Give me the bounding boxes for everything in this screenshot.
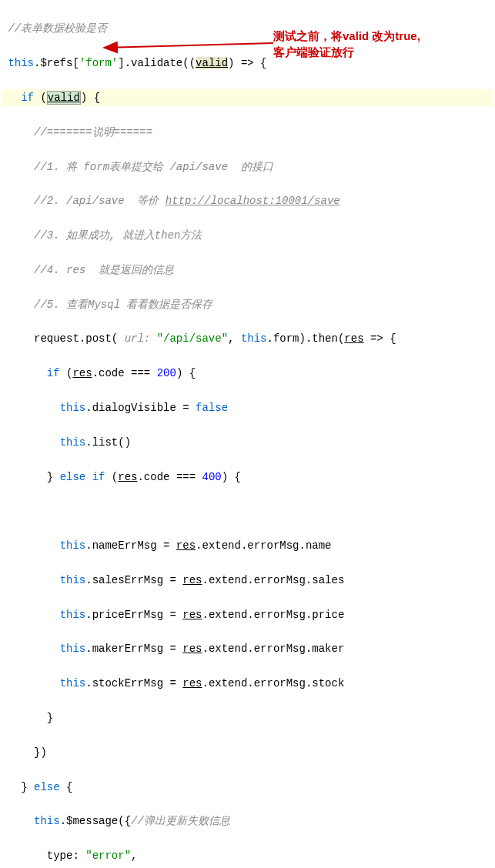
valid-var: valid [47, 91, 81, 105]
annotation-arrow-icon [100, 38, 277, 54]
annotation-text: 测试之前，将valid 改为true, 客户端验证放行 [273, 28, 420, 60]
svg-line-1 [104, 43, 273, 48]
code-block: //表单数据校验是否 this.$refs['form'].validate((… [0, 0, 495, 868]
comment: //表单数据校验是否 [8, 22, 107, 35]
code-editor: //表单数据校验是否 this.$refs['form'].validate((… [0, 0, 495, 868]
param-valid: valid [196, 57, 228, 69]
